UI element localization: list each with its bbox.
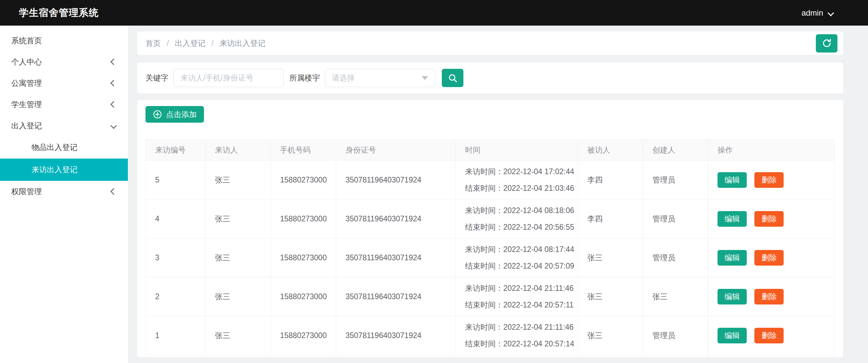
- chevron-left-icon: [110, 80, 117, 86]
- cell-creator: 张三: [643, 277, 708, 316]
- cell-phone: 15880273000: [271, 200, 336, 238]
- visit-time-value: 2022-12-04 21:11:46: [503, 284, 574, 293]
- user-menu[interactable]: admin: [802, 8, 833, 18]
- sidebar-item-visitor-entry-exit[interactable]: 来访出入登记: [0, 158, 128, 181]
- visit-time-value: 2022-12-04 08:17:44: [503, 245, 575, 254]
- end-time-line: 结束时间：2022-12-04 21:03:46: [465, 180, 575, 196]
- end-time-prefix: 结束时间：: [465, 223, 503, 231]
- breadcrumb-home[interactable]: 首页: [146, 38, 161, 49]
- breadcrumb: 首页 / 出入登记 / 来访出入登记: [146, 38, 266, 49]
- keyword-label: 关键字: [146, 73, 168, 83]
- sidebar: 系统首页 个人中心 公寓管理 学生管理 出入登记 物品出入登记 来访出入登记 权…: [0, 26, 128, 363]
- breadcrumb-separator: /: [211, 39, 213, 48]
- table-header-row: 来访编号 来访人 手机号码 身份证号 时间 被访人 创建人 操作: [146, 140, 835, 160]
- app-title: 学生宿舍管理系统: [19, 6, 99, 20]
- cell-visitor: 张三: [206, 316, 271, 355]
- search-button[interactable]: [442, 69, 463, 87]
- sidebar-item-label: 来访出入登记: [32, 164, 78, 175]
- edit-button[interactable]: 编辑: [717, 328, 747, 343]
- edit-button[interactable]: 编辑: [717, 211, 747, 227]
- chevron-left-icon: [110, 101, 117, 108]
- end-time-line: 结束时间：2022-12-04 20:57:09: [465, 258, 575, 274]
- table-row: 4 张三 15880273000 350781196403071924 来访时间…: [146, 200, 835, 238]
- cell-visitor: 张三: [206, 277, 271, 316]
- table-row: 3 张三 15880273000 350781196403071924 来访时间…: [146, 238, 835, 277]
- column-header-visitor: 来访人: [206, 140, 271, 160]
- cell-visitor: 张三: [206, 200, 271, 238]
- cell-visit-id: 3: [146, 238, 206, 277]
- sidebar-item-label: 物品出入登记: [32, 142, 78, 153]
- breadcrumb-current: 来访出入登记: [220, 38, 266, 49]
- caret-down-icon: [422, 76, 428, 80]
- cell-phone: 15880273000: [271, 277, 336, 316]
- cell-phone: 15880273000: [271, 316, 336, 355]
- visit-time-line: 来访时间：2022-12-04 21:11:46: [465, 319, 575, 335]
- cell-creator: 管理员: [643, 200, 708, 238]
- cell-time: 来访时间：2022-12-04 08:17:44 结束时间：2022-12-04…: [456, 238, 578, 277]
- cell-time: 来访时间：2022-12-04 21:11:46 结束时间：2022-12-04…: [456, 277, 578, 316]
- sidebar-item-home[interactable]: 系统首页: [0, 30, 128, 51]
- column-header-visited-person: 被访人: [578, 140, 643, 160]
- visitor-table: 来访编号 来访人 手机号码 身份证号 时间 被访人 创建人 操作 5 张三 15…: [146, 139, 835, 355]
- sidebar-item-personal-center[interactable]: 个人中心: [0, 51, 128, 72]
- cell-visit-id: 1: [146, 316, 206, 355]
- refresh-icon: [822, 38, 832, 48]
- breadcrumb-card: 首页 / 出入登记 / 来访出入登记: [137, 32, 843, 55]
- chevron-left-icon: [110, 59, 117, 65]
- cell-creator: 管理员: [643, 238, 708, 277]
- end-time-prefix: 结束时间：: [465, 184, 503, 192]
- delete-button[interactable]: 删除: [754, 328, 784, 343]
- cell-time: 来访时间：2022-12-04 08:18:06 结束时间：2022-12-04…: [456, 200, 578, 238]
- cell-creator: 管理员: [643, 316, 708, 355]
- sidebar-item-entry-exit-registration[interactable]: 出入登记: [0, 115, 128, 136]
- cell-id-card: 350781196403071924: [336, 277, 456, 316]
- chevron-down-icon: [828, 10, 834, 16]
- add-button[interactable]: 点击添加: [146, 106, 204, 123]
- sidebar-item-label: 系统首页: [11, 36, 42, 46]
- sidebar-item-item-entry-exit[interactable]: 物品出入登记: [0, 136, 128, 158]
- delete-button[interactable]: 删除: [754, 172, 784, 188]
- keyword-input[interactable]: [174, 69, 284, 87]
- building-select-value: 请选择: [332, 73, 355, 83]
- visit-time-prefix: 来访时间：: [465, 323, 503, 331]
- cell-id-card: 350781196403071924: [336, 160, 456, 200]
- building-select[interactable]: 请选择: [325, 69, 435, 87]
- main-content: 首页 / 出入登记 / 来访出入登记 关键字 所属楼宇 请选择: [128, 26, 868, 363]
- cell-id-card: 350781196403071924: [336, 238, 456, 277]
- sidebar-item-label: 出入登记: [11, 121, 42, 131]
- delete-button[interactable]: 删除: [754, 250, 784, 266]
- column-header-actions: 操作: [708, 140, 835, 160]
- edit-button[interactable]: 编辑: [717, 250, 747, 266]
- column-header-time: 时间: [456, 140, 578, 160]
- end-time-prefix: 结束时间：: [465, 301, 503, 309]
- sidebar-item-label: 个人中心: [11, 57, 42, 67]
- end-time-line: 结束时间：2022-12-04 20:57:14: [465, 335, 575, 352]
- table-row: 1 张三 15880273000 350781196403071924 来访时间…: [146, 316, 835, 355]
- plus-circle-icon: [153, 110, 162, 119]
- table-row: 5 张三 15880273000 350781196403071924 来访时间…: [146, 160, 835, 200]
- edit-button[interactable]: 编辑: [717, 172, 747, 188]
- sidebar-item-apartment-management[interactable]: 公寓管理: [0, 72, 128, 94]
- user-name: admin: [802, 8, 823, 18]
- sidebar-item-permission-management[interactable]: 权限管理: [0, 181, 128, 202]
- refresh-button[interactable]: [816, 34, 837, 53]
- visit-time-prefix: 来访时间：: [465, 206, 503, 215]
- edit-button[interactable]: 编辑: [717, 289, 747, 304]
- cell-actions: 编辑 删除: [708, 277, 835, 316]
- add-button-label: 点击添加: [166, 109, 197, 120]
- breadcrumb-entry-exit[interactable]: 出入登记: [175, 38, 205, 49]
- delete-button[interactable]: 删除: [754, 289, 784, 304]
- top-header: 学生宿舍管理系统 admin: [0, 0, 868, 26]
- cell-visit-id: 2: [146, 277, 206, 316]
- sidebar-item-label: 权限管理: [11, 186, 42, 197]
- sidebar-item-student-management[interactable]: 学生管理: [0, 94, 128, 115]
- end-time-value: 2022-12-04 20:57:11: [503, 301, 574, 309]
- column-header-visit-id: 来访编号: [146, 140, 206, 160]
- table-row: 2 张三 15880273000 350781196403071924 来访时间…: [146, 277, 835, 316]
- cell-actions: 编辑 删除: [708, 160, 835, 200]
- visit-time-value: 2022-12-04 17:02:44: [503, 167, 575, 176]
- cell-visitor: 张三: [206, 238, 271, 277]
- delete-button[interactable]: 删除: [754, 211, 784, 227]
- cell-actions: 编辑 删除: [708, 238, 835, 277]
- cell-visited-person: 李四: [578, 160, 643, 200]
